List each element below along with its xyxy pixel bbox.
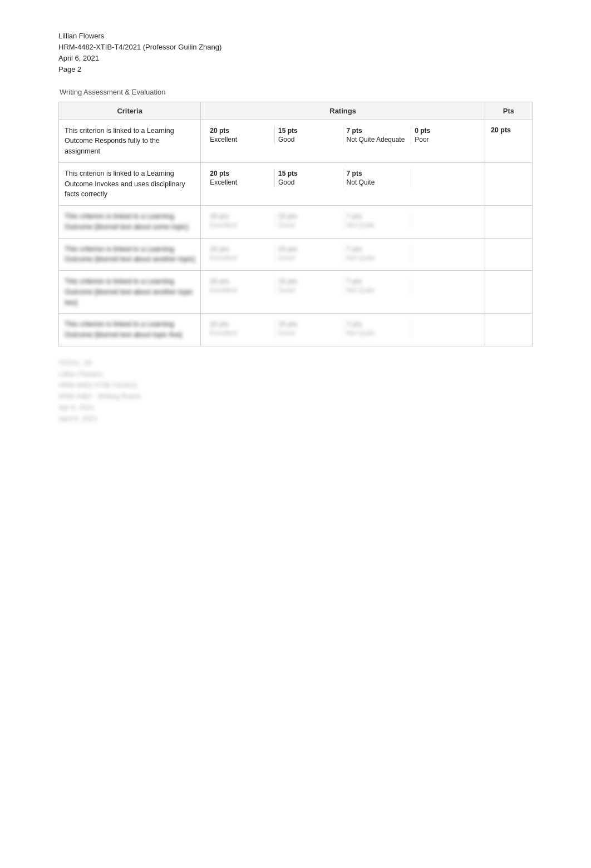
footer-line6: April 6, 2021 (58, 413, 533, 424)
rating-pts: 20 pts (210, 170, 271, 177)
rating-item: 20 ptsExcellent (206, 276, 275, 295)
rating-label: Excellent (210, 286, 271, 294)
rating-label: Excellent (210, 221, 271, 229)
table-row: This criterion is linked to a Learning O… (59, 120, 533, 162)
rating-pts: 15 pts (278, 127, 339, 135)
criteria-cell: This criterion is linked to a Learning O… (59, 271, 201, 314)
rating-item: 7 ptsNot Quite (343, 244, 412, 263)
criteria-text: This criterion is linked to a Learning O… (65, 277, 193, 306)
rating-pts: 7 pts (347, 245, 408, 253)
page-container: Lillian Flowers HRM-4482-XTIB-T4/2021 (P… (0, 0, 591, 458)
ratings-cell: 20 ptsExcellent15 ptsGood7 ptsNot Quite … (201, 120, 485, 162)
rating-item: 10 ptsGood (275, 244, 343, 263)
rating-pts: 20 pts (210, 320, 271, 328)
criteria-cell: This criterion is linked to a Learning O… (59, 120, 201, 162)
criteria-cell: This criterion is linked to a Learning O… (59, 162, 201, 205)
ratings-cell: 20 ptsExcellent15 ptsGood7 ptsNot Quite (201, 206, 485, 239)
rating-label: Poor (415, 136, 476, 143)
rating-item: 15 ptsGood (275, 319, 343, 338)
ratings-cell: 20 ptsExcellent15 ptsGood7 ptsNot Quite (201, 271, 485, 314)
rating-label: Excellent (210, 136, 271, 143)
table-row: This criterion is linked to a Learning O… (59, 206, 533, 239)
footer-line1: TOTAL: 20 (58, 358, 533, 369)
rating-pts: 7 pts (347, 277, 408, 285)
rating-pts: 20 pts (210, 245, 271, 253)
footer-section: TOTAL: 20 Lillian Flowers HRM-4482-XTIB-… (58, 358, 533, 424)
rating-item: 20 ptsExcellent (206, 168, 275, 187)
rating-item: 15 ptsGood (275, 168, 343, 187)
rubric-table: Criteria Ratings Pts This criterion is l… (58, 102, 533, 346)
footer-line3: HRM-4482-XTIB-T4/2021 (58, 380, 533, 391)
rating-label: Not Quite (347, 329, 408, 337)
rating-item (411, 211, 479, 230)
footer-line5: Apr 6, 2021 (58, 402, 533, 413)
rating-label: Good (278, 329, 339, 337)
rating-pts: 15 pts (278, 320, 339, 328)
rating-label: Good (278, 286, 339, 294)
rating-item: 7 ptsNot Quite (343, 319, 412, 338)
criteria-cell: This criterion is linked to a Learning O… (59, 238, 201, 271)
rating-item: 0 ptsPoor (411, 126, 479, 145)
criteria-cell: This criterion is linked to a Learning O… (59, 206, 201, 239)
pts-value: 20 pts (491, 126, 511, 134)
table-row: This criterion is linked to a Learning O… (59, 238, 533, 271)
rating-pts: 15 pts (278, 277, 339, 285)
rating-pts: 7 pts (347, 170, 408, 177)
rating-label: Good (278, 136, 339, 143)
pts-cell: 20 pts (485, 120, 532, 162)
rating-label: Not Quite (347, 221, 408, 229)
table-row: This criterion is linked to a Learning O… (59, 162, 533, 205)
rating-label: Not Quite Adequate (347, 136, 408, 143)
th-ratings: Ratings (201, 102, 485, 120)
rating-pts: 20 pts (210, 277, 271, 285)
pts-cell (485, 314, 532, 346)
rating-pts: 20 pts (210, 212, 271, 220)
criteria-text: This criterion is linked to a Learning O… (65, 245, 195, 264)
rating-item: 20 ptsExcellent (206, 244, 275, 263)
criteria-text: This criterion is linked to a Learning O… (65, 127, 174, 156)
header-info: Lillian Flowers HRM-4482-XTIB-T4/2021 (P… (58, 31, 533, 76)
section-title: Writing Assessment & Evaluation (58, 88, 533, 96)
header-line4: Page 2 (58, 64, 533, 75)
pts-cell (485, 162, 532, 205)
table-row: This criterion is linked to a Learning O… (59, 314, 533, 346)
rating-item: 20 ptsExcellent (206, 126, 275, 145)
criteria-text: This criterion is linked to a Learning O… (65, 320, 182, 339)
rating-label: Not Quite (347, 254, 408, 262)
criteria-cell: This criterion is linked to a Learning O… (59, 314, 201, 346)
rating-item: 7 ptsNot Quite (343, 211, 412, 230)
rating-item: 15 ptsGood (275, 211, 343, 230)
pts-cell (485, 206, 532, 239)
rating-label: Good (278, 178, 339, 186)
rating-item: 7 ptsNot Quite Adequate (343, 126, 412, 145)
rating-pts: 7 pts (347, 127, 408, 135)
rating-pts: 15 pts (278, 170, 339, 177)
rating-item (411, 244, 479, 263)
rating-item (411, 276, 479, 295)
rating-item: 15 ptsGood (275, 126, 343, 145)
ratings-cell: 20 ptsExcellent15 ptsGood7 ptsNot Quite (201, 162, 485, 205)
header-line3: April 6, 2021 (58, 53, 533, 64)
criteria-text: This criterion is linked to a Learning O… (65, 212, 188, 231)
criteria-text: This criterion is linked to a Learning O… (65, 170, 185, 199)
pts-cell (485, 271, 532, 314)
footer-line4: HRM 4482 - Writing Rubric (58, 391, 533, 402)
th-pts: Pts (485, 102, 532, 120)
header-line1: Lillian Flowers (58, 31, 533, 42)
footer-line2: Lillian Flowers (58, 369, 533, 380)
pts-cell (485, 238, 532, 271)
rating-pts: 20 pts (210, 127, 271, 135)
rating-item (411, 319, 479, 338)
rating-item: 20 ptsExcellent (206, 211, 275, 230)
rating-item: 7 ptsNot Quite (343, 276, 412, 295)
table-row: This criterion is linked to a Learning O… (59, 271, 533, 314)
rating-label: Not Quite (347, 178, 408, 186)
rating-item: 7 ptsNot Quite (343, 168, 412, 187)
rating-item: 15 ptsGood (275, 276, 343, 295)
rating-label: Excellent (210, 254, 271, 262)
header-line2: HRM-4482-XTIB-T4/2021 (Professor Guilin … (58, 42, 533, 53)
rating-label: Excellent (210, 329, 271, 337)
rating-label: Good (278, 221, 339, 229)
rating-pts: 0 pts (415, 127, 476, 135)
ratings-cell: 20 ptsExcellent15 ptsGood7 ptsNot Quite (201, 314, 485, 346)
